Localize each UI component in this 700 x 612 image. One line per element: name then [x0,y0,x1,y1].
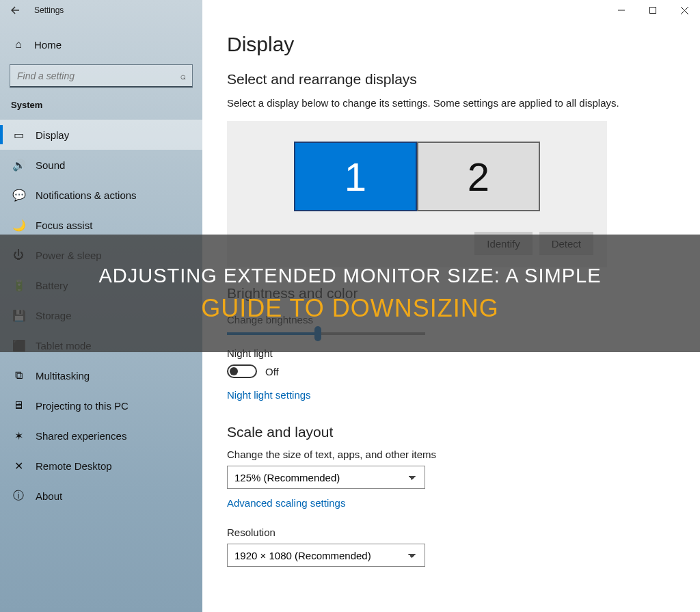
sidebar-item-display[interactable]: ▭Display [0,120,202,150]
home-nav[interactable]: ⌂ Home [0,30,202,59]
window-title: Settings [30,5,64,15]
sidebar-item-projecting[interactable]: 🖥Projecting to this PC [0,390,202,421]
sidebar-item-label: Focus assist [36,219,92,231]
about-icon: ⓘ [12,489,25,503]
section-label: System [0,97,202,120]
monitor-2[interactable]: 2 [417,142,540,211]
sidebar-item-label: Display [36,129,69,141]
sidebar-item-label: Sound [36,159,65,171]
sidebar-item-label: Remote Desktop [36,460,112,472]
page-title: Display [227,33,675,56]
rearrange-text: Select a display below to change its set… [227,97,675,109]
night-light-state: Off [265,366,279,377]
sidebar-item-notifications[interactable]: 💬Notifications & actions [0,180,202,210]
scale-heading: Scale and layout [227,424,675,440]
display-icon: ▭ [12,129,25,142]
back-arrow-icon [9,4,21,16]
maximize-icon [649,7,656,14]
maximize-button[interactable] [637,0,669,21]
toggle-knob [230,367,238,375]
search-icon: ⌕ [180,70,186,81]
shared-experiences-icon: ✶ [12,429,25,442]
close-button[interactable] [669,0,700,21]
night-light-settings-link[interactable]: Night light settings [227,389,311,401]
back-button[interactable] [0,0,30,21]
banner-line-2: GUIDE TO DOWNSIZING [201,294,499,323]
resolution-label: Resolution [227,527,675,538]
home-icon: ⌂ [12,38,25,51]
sidebar-item-multitasking[interactable]: ⧉Multitasking [0,360,202,390]
svg-rect-1 [650,8,656,14]
sidebar-item-shared-experiences[interactable]: ✶Shared experiences [0,421,202,451]
rearrange-heading: Select and rearrange displays [227,71,675,88]
sidebar-item-remote-desktop[interactable]: ✕Remote Desktop [0,451,202,481]
monitor-1[interactable]: 1 [294,142,417,211]
minimize-button[interactable] [606,0,637,21]
sound-icon: 🔊 [12,159,25,172]
notifications-icon: 💬 [12,189,25,202]
resolution-select[interactable]: 1920 × 1080 (Recommended) [227,544,425,567]
home-label: Home [34,39,62,51]
scale-label: Change the size of text, apps, and other… [227,449,675,460]
sidebar-item-about[interactable]: ⓘAbout [0,481,202,511]
multitasking-icon: ⧉ [12,369,25,382]
sidebar-item-label: Multitasking [36,370,90,382]
remote-desktop-icon: ✕ [12,460,25,473]
scale-select[interactable]: 125% (Recommended) [227,466,425,489]
projecting-icon: 🖥 [12,399,25,412]
banner-line-1: ADJUSTING EXTENDED MONITOR SIZE: A SIMPL… [99,265,602,287]
minimize-icon [618,7,625,14]
sidebar-item-label: Notifications & actions [36,189,137,201]
sidebar-item-sound[interactable]: 🔊Sound [0,150,202,180]
sidebar-item-label: About [36,490,62,502]
night-light-toggle[interactable] [227,364,257,378]
sidebar-item-label: Projecting to this PC [36,400,129,412]
advanced-scaling-link[interactable]: Advanced scaling settings [227,497,345,509]
focus-assist-icon: 🌙 [12,219,25,232]
search-input[interactable] [10,64,193,88]
sidebar-item-label: Shared experiences [36,430,126,442]
article-banner-overlay: ADJUSTING EXTENDED MONITOR SIZE: A SIMPL… [0,235,700,352]
close-icon [681,7,688,14]
